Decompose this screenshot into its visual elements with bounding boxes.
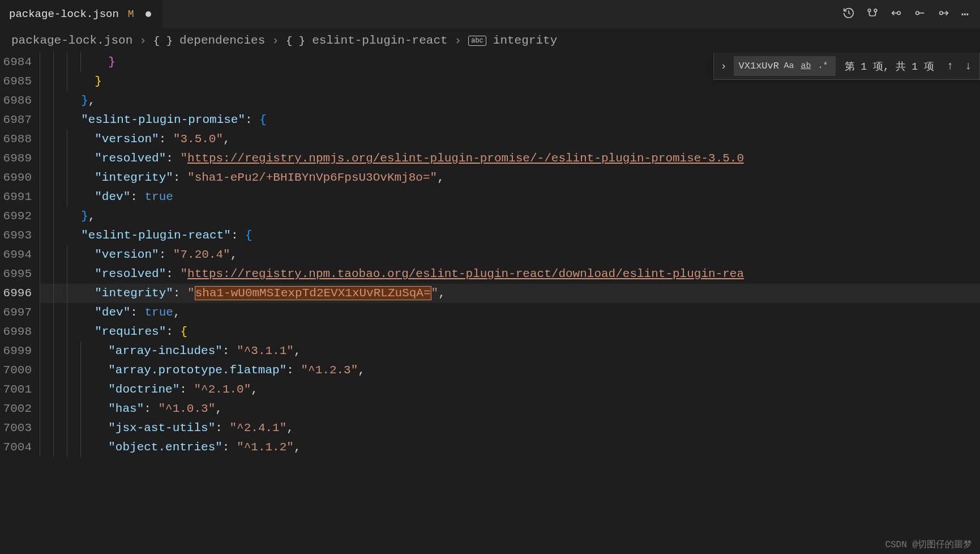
svg-point-2 bbox=[897, 11, 901, 15]
breadcrumb-file[interactable]: package-lock.json bbox=[11, 34, 132, 47]
chevron-right-icon: › bbox=[455, 34, 462, 47]
code-line[interactable]: "version": "7.20.4", bbox=[40, 245, 980, 265]
code-line[interactable]: }, bbox=[40, 91, 980, 110]
code-line[interactable]: } bbox=[40, 53, 980, 72]
history-icon[interactable] bbox=[842, 7, 855, 22]
code-line[interactable]: } bbox=[40, 72, 980, 91]
code-line[interactable]: "requires": { bbox=[40, 322, 980, 342]
code-line[interactable]: "version": "3.5.0", bbox=[40, 130, 980, 149]
split-right-icon[interactable] bbox=[914, 7, 926, 22]
code-line[interactable]: "integrity": "sha1-ePu2/+BHIBYnVp6FpsU3O… bbox=[40, 168, 980, 187]
code-line[interactable]: "resolved": "https://registry.npm.taobao… bbox=[40, 265, 980, 284]
code-line[interactable]: "object.entries": "^1.1.2", bbox=[40, 438, 980, 457]
code-line[interactable]: "doctrine": "^2.1.0", bbox=[40, 380, 980, 399]
code-line[interactable]: "dev": true bbox=[40, 187, 980, 207]
svg-point-3 bbox=[915, 11, 919, 15]
tab-dirty-dot-icon bbox=[145, 11, 151, 17]
code-line[interactable]: "array.prototype.flatmap": "^1.2.3", bbox=[40, 361, 980, 380]
svg-point-0 bbox=[868, 9, 871, 12]
braces-icon: { } bbox=[286, 35, 305, 47]
file-tab[interactable]: package-lock.json M bbox=[0, 0, 162, 28]
tab-bar: package-lock.json M ⋯ bbox=[0, 0, 980, 28]
editor-actions: ⋯ bbox=[842, 7, 980, 22]
tab-modified-indicator: M bbox=[128, 8, 134, 20]
code-line[interactable]: "array-includes": "^3.1.1", bbox=[40, 342, 980, 361]
code-line[interactable]: "integrity": "sha1-wU0mMSIexpTd2EVX1xUvR… bbox=[40, 284, 980, 303]
line-gutter: 6984698569866987698869896990699169926993… bbox=[0, 53, 40, 457]
code-area[interactable]: } } }, "eslint-plugin-promise": { "versi… bbox=[40, 53, 980, 457]
code-line[interactable]: "eslint-plugin-promise": { bbox=[40, 110, 980, 130]
compare-icon[interactable] bbox=[866, 7, 879, 22]
code-line[interactable]: }, bbox=[40, 207, 980, 226]
braces-icon: { } bbox=[153, 35, 173, 47]
string-type-icon: abc bbox=[468, 36, 486, 46]
split-down-icon[interactable] bbox=[938, 7, 950, 22]
breadcrumb-key[interactable]: integrity bbox=[493, 34, 557, 47]
chevron-right-icon: › bbox=[139, 34, 147, 47]
code-line[interactable]: "eslint-plugin-react": { bbox=[40, 226, 980, 245]
code-line[interactable]: "jsx-ast-utils": "^2.4.1", bbox=[40, 419, 980, 438]
more-actions-icon[interactable]: ⋯ bbox=[961, 7, 969, 22]
code-line[interactable]: "resolved": "https://registry.npmjs.org/… bbox=[40, 149, 980, 168]
breadcrumb-package[interactable]: eslint-plugin-react bbox=[312, 34, 447, 47]
code-editor[interactable]: 6984698569866987698869896990699169926993… bbox=[0, 53, 980, 457]
code-line[interactable]: "has": "^1.0.3", bbox=[40, 399, 980, 419]
tab-filename: package-lock.json bbox=[9, 8, 119, 20]
breadcrumb-dependencies[interactable]: dependencies bbox=[179, 34, 265, 47]
breadcrumbs[interactable]: package-lock.json › { } dependencies › {… bbox=[0, 28, 980, 53]
run-icon[interactable] bbox=[890, 7, 902, 22]
code-line[interactable]: "dev": true, bbox=[40, 303, 980, 322]
chevron-right-icon: › bbox=[272, 34, 279, 47]
svg-point-1 bbox=[874, 9, 877, 12]
svg-point-4 bbox=[939, 11, 943, 15]
